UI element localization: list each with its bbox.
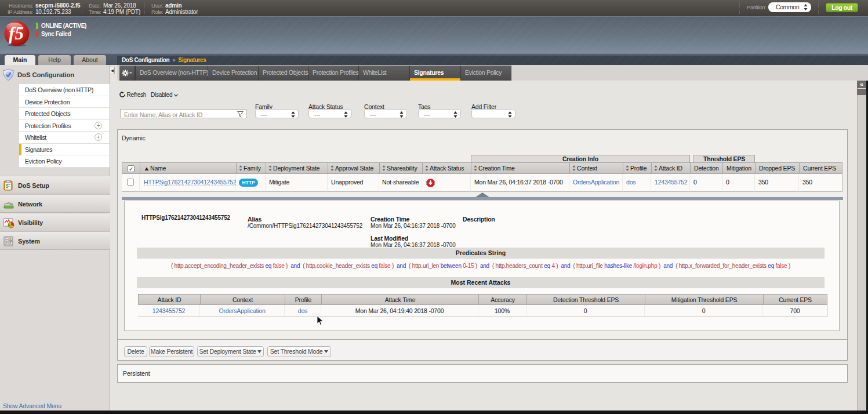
svg-text:f5: f5 [9, 23, 24, 43]
